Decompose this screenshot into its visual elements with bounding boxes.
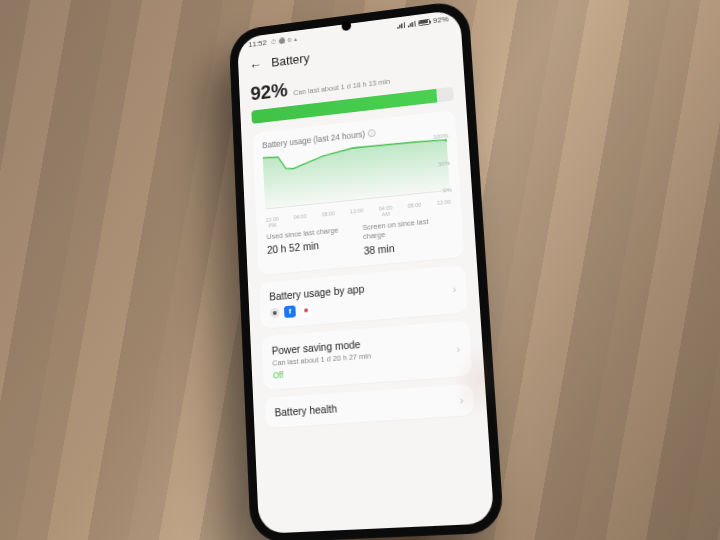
status-battery-pct: 92% [433, 15, 449, 26]
app-icon-facebook: f [284, 305, 296, 318]
xtick: 04:00 AM [379, 205, 393, 218]
status-notif-icons: ⏱ ⚫ ⚙ ▲ [271, 36, 298, 45]
usage-card[interactable]: Battery usage (last 24 hours) i 100% 50%… [252, 110, 464, 275]
ytick-50: 50% [438, 160, 450, 167]
ytick-0: 0% [443, 187, 452, 194]
app-icon-red-dot [300, 304, 312, 317]
usage-by-app-row[interactable]: Battery usage by app f › [259, 265, 468, 329]
battery-health-row[interactable]: Battery health › [264, 384, 474, 428]
chevron-right-icon: › [452, 283, 456, 295]
phone-frame: 11:52 ⏱ ⚫ ⚙ ▲ 92% ← Battery 92% Can last… [229, 0, 505, 540]
xtick: 04:00 [293, 213, 307, 226]
xtick: 12:00 PM [266, 216, 279, 229]
xtick: 08:00 [408, 202, 422, 215]
battery-percent: 92% [250, 79, 288, 105]
battery-estimate: Can last about 1 d 18 h 13 min [293, 77, 390, 97]
back-icon[interactable]: ← [249, 57, 262, 72]
stat-screen-on: Screen on since last charge 38 min [362, 215, 453, 257]
battery-health-title: Battery health [274, 394, 460, 418]
signal-icon [408, 20, 416, 27]
app-icon-generic [270, 308, 280, 319]
wifi-icon [397, 22, 405, 29]
info-icon[interactable]: i [368, 129, 376, 138]
status-time: 11:52 [248, 38, 267, 49]
xtick: 12:00 [350, 207, 364, 220]
battery-icon [418, 18, 430, 25]
phone-screen: 11:52 ⏱ ⚫ ⚙ ▲ 92% ← Battery 92% Can last… [237, 9, 494, 534]
stat-used-since-charge: Used since last charge 20 h 52 min [266, 224, 354, 265]
chevron-right-icon: › [456, 342, 461, 355]
page-title: Battery [271, 51, 310, 70]
power-saving-row[interactable]: Power saving mode Can last about 1 d 20 … [262, 320, 473, 390]
xtick: 12:00 [437, 199, 451, 212]
xtick: 08:00 [322, 210, 336, 223]
